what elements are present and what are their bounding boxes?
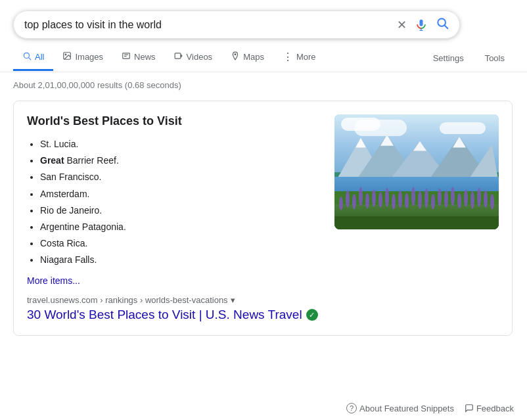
featured-card-inner: World's Best Places to Visit St. Lucia. …	[27, 114, 499, 322]
videos-tab-icon	[174, 51, 183, 62]
tab-maps[interactable]: Maps	[221, 45, 273, 71]
images-tab-icon	[62, 51, 72, 62]
svg-point-14	[235, 53, 237, 55]
tools-link[interactable]: Tools	[476, 47, 514, 70]
svg-point-36	[418, 191, 422, 208]
svg-point-26	[352, 194, 356, 210]
search-bar: ✕	[13, 11, 460, 39]
tab-news-label: News	[134, 52, 156, 62]
svg-point-28	[365, 193, 369, 209]
svg-point-39	[438, 189, 442, 206]
svg-line-4	[445, 26, 448, 29]
mountain-layer	[334, 131, 499, 183]
list-item: St. Lucia.	[40, 136, 324, 152]
featured-snippet-card: World's Best Places to Visit St. Lucia. …	[13, 101, 513, 336]
source-dropdown[interactable]: ▾	[231, 295, 235, 305]
list-item: San Francisco.	[40, 169, 324, 185]
list-link[interactable]: Great Barrier Reef.	[40, 155, 119, 166]
svg-point-38	[431, 194, 435, 210]
news-tab-icon	[122, 51, 131, 62]
tab-videos[interactable]: Videos	[165, 45, 222, 71]
svg-line-6	[29, 58, 31, 60]
list-item: Amsterdam.	[40, 186, 324, 202]
svg-point-31	[385, 188, 389, 207]
svg-point-8	[66, 54, 67, 55]
settings-label: Settings	[433, 53, 464, 63]
list-link[interactable]: Niagara Falls.	[40, 254, 97, 265]
tab-images-label: Images	[75, 52, 103, 62]
tab-images[interactable]: Images	[53, 45, 112, 71]
svg-point-47	[490, 194, 494, 210]
result-link[interactable]: 30 World's Best Places to Visit | U.S. N…	[27, 308, 324, 322]
svg-rect-12	[175, 53, 181, 58]
search-bar-container: ✕	[0, 0, 527, 39]
list-link[interactable]: Argentine Patagonia.	[40, 222, 126, 232]
svg-marker-23	[453, 137, 466, 148]
search-icons: ✕	[397, 16, 449, 33]
svg-point-40	[444, 191, 448, 208]
svg-point-41	[451, 187, 455, 206]
tab-more-label: More	[296, 52, 316, 62]
list-link[interactable]: Amsterdam.	[40, 189, 89, 199]
clear-icon[interactable]: ✕	[397, 18, 407, 32]
results-info: About 2,01,00,00,000 results (0.68 secon…	[0, 72, 527, 95]
svg-point-33	[398, 191, 402, 208]
search-icon[interactable]	[436, 16, 449, 33]
list-item: Great Barrier Reef.	[40, 152, 324, 169]
svg-rect-0	[420, 19, 423, 26]
list-link[interactable]: Rio de Janeiro.	[40, 205, 102, 216]
list-item: Argentine Patagonia.	[40, 219, 324, 235]
svg-marker-20	[355, 138, 366, 148]
featured-title: World's Best Places to Visit	[27, 114, 324, 128]
tab-all-label: All	[35, 52, 44, 62]
flowers-svg	[334, 177, 499, 229]
list-item: Rio de Janeiro.	[40, 202, 324, 219]
tab-videos-label: Videos	[187, 52, 213, 62]
svg-point-32	[392, 194, 396, 210]
svg-point-43	[464, 190, 468, 207]
result-title: 30 World's Best Places to Visit | U.S. N…	[27, 308, 302, 322]
svg-point-30	[378, 193, 382, 208]
svg-marker-13	[181, 54, 183, 58]
list-link[interactable]: San Francisco.	[40, 172, 101, 182]
url-text: travel.usnews.com › rankings › worlds-be…	[27, 295, 228, 305]
svg-point-35	[411, 187, 415, 206]
source-url: travel.usnews.com › rankings › worlds-be…	[27, 295, 324, 305]
tab-all[interactable]: All	[13, 45, 53, 71]
featured-content: World's Best Places to Visit St. Lucia. …	[27, 114, 324, 322]
tab-news[interactable]: News	[112, 45, 165, 71]
mic-icon[interactable]	[415, 18, 428, 32]
maps-tab-icon	[231, 51, 240, 62]
tools-label: Tools	[485, 53, 505, 63]
nav-right: Settings Tools	[424, 47, 514, 70]
featured-image	[334, 114, 499, 229]
svg-point-25	[346, 191, 350, 208]
featured-list: St. Lucia. Great Barrier Reef. San Franc…	[27, 136, 324, 269]
svg-rect-48	[334, 216, 499, 229]
search-input[interactable]	[24, 19, 397, 31]
list-item: Costa Rica.	[40, 235, 324, 252]
verified-badge: ✓	[306, 309, 318, 321]
svg-point-34	[405, 193, 409, 209]
tab-more[interactable]: ⋮ More	[273, 44, 325, 72]
list-item: Niagara Falls.	[40, 252, 324, 268]
svg-point-37	[424, 189, 428, 208]
svg-marker-21	[380, 135, 394, 146]
svg-marker-22	[413, 141, 426, 151]
svg-point-45	[477, 188, 481, 207]
svg-point-46	[484, 191, 488, 208]
svg-point-29	[372, 190, 376, 207]
svg-point-24	[339, 197, 343, 210]
all-tab-icon	[22, 51, 32, 62]
svg-point-42	[457, 193, 461, 209]
tab-maps-label: Maps	[243, 52, 264, 62]
svg-point-27	[359, 187, 363, 206]
svg-point-44	[470, 191, 474, 208]
list-link[interactable]: Costa Rica.	[40, 238, 87, 248]
more-dots-icon: ⋮	[283, 51, 293, 63]
settings-link[interactable]: Settings	[424, 47, 473, 70]
more-items-link[interactable]: More items...	[27, 275, 80, 286]
nav-tabs: All Images News Videos Maps ⋮ More Setti…	[0, 39, 527, 72]
bold-text: Great	[40, 155, 64, 166]
list-link[interactable]: St. Lucia.	[40, 139, 78, 149]
